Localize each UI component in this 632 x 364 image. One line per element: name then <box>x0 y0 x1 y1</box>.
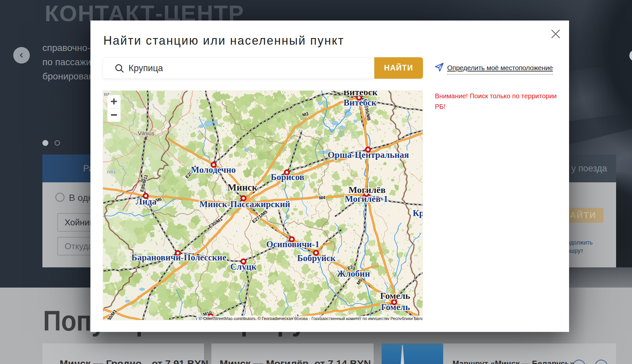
svg-text:Минск-Пассажирский: Минск-Пассажирский <box>199 199 290 209</box>
svg-text:Молодечно: Молодечно <box>191 165 236 175</box>
svg-text:Витебск: Витебск <box>343 91 378 97</box>
svg-text:Жлобин: Жлобин <box>337 269 370 279</box>
svg-text:Слуцк: Слуцк <box>230 262 257 272</box>
svg-text:Барановичи-Полесские: Барановичи-Полесские <box>132 252 227 262</box>
svg-text:Могилёв-1: Могилёв-1 <box>345 194 388 204</box>
svg-text:Vilnius: Vilnius <box>138 130 154 137</box>
svg-text:Гомель: Гомель <box>381 302 410 312</box>
svg-text:Витебск: Витебск <box>343 98 377 108</box>
svg-text:Минск: Минск <box>228 182 258 193</box>
svg-text:Осиповичи-1: Осиповичи-1 <box>266 239 319 249</box>
svg-text:© OpenStreetMap contributors,: © OpenStreetMap contributors, © Географи… <box>199 316 423 320</box>
svg-text:Лида: Лида <box>136 197 157 206</box>
svg-text:М4: М4 <box>319 195 326 200</box>
svg-text:ritis: ritis <box>107 169 116 174</box>
svg-text:Кричев: Кричев <box>413 208 423 218</box>
svg-text:Бобруйск: Бобруйск <box>297 253 336 263</box>
svg-text:Борисов: Борисов <box>271 172 304 182</box>
svg-text:Орша-Центральная: Орша-Центральная <box>328 150 409 160</box>
svg-text:Гомель: Гомель <box>380 291 410 301</box>
svg-text:Могилёв: Могилёв <box>348 185 386 195</box>
